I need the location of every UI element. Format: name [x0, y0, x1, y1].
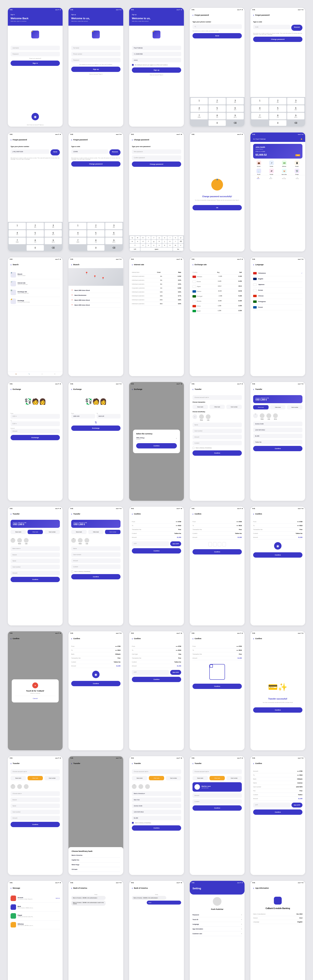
message-item[interactable]: PPaypalYour account has been locked. Ple…: [11, 912, 60, 920]
name-input[interactable]: Push Puttichai: [132, 46, 181, 50]
back-button[interactable]: Search: [8, 261, 63, 268]
back-button[interactable]: Exchange: [68, 386, 123, 393]
to-currency-input[interactable]: EUR ▾: [11, 422, 60, 426]
otp-input[interactable]: OTP: [132, 541, 169, 546]
from-currency-input[interactable]: USD ▾: [11, 414, 60, 418]
action-withdraw[interactable]: 💵Withdraw: [278, 161, 290, 167]
password-input[interactable]: ••••••••: [132, 58, 181, 62]
save-checkbox[interactable]: [193, 447, 194, 449]
back-button[interactable]: Language: [250, 261, 305, 268]
phone-input[interactable]: +1: [193, 24, 242, 29]
get-otp-button[interactable]: Get OTP: [170, 541, 181, 546]
language-item[interactable]: English: [253, 276, 302, 282]
phone-input[interactable]: +1 234567890: [132, 52, 181, 56]
back-button[interactable]: Interest rate: [129, 261, 184, 268]
username-input[interactable]: Username: [11, 46, 60, 50]
action-prepaid[interactable]: 📱Prepaid: [291, 161, 302, 167]
confirm-button[interactable]: Confirm: [136, 443, 177, 449]
profile-avatar[interactable]: [212, 897, 222, 906]
message-item[interactable]: BBankBank of America : 256486 is the au.…: [11, 903, 60, 912]
language-item[interactable]: Portuguese: [253, 299, 302, 305]
tab-card[interactable]: Card number: [287, 405, 302, 409]
confirm-button[interactable]: Confirm: [253, 446, 302, 451]
setting-care[interactable]: Customer care›: [193, 931, 242, 936]
contact-item[interactable]: Linda: [206, 414, 210, 421]
fingerprint-icon[interactable]: ◉: [32, 113, 39, 120]
back-button[interactable]: Branch: [68, 261, 123, 268]
nav-search[interactable]: 🔍Search: [269, 177, 272, 179]
setting-touchid[interactable]: Touch ID›: [193, 917, 242, 922]
back-button[interactable]: Bank of America: [68, 885, 123, 892]
signup-button[interactable]: Sign up: [71, 67, 120, 72]
language-item[interactable]: Vietnamese✓: [253, 270, 302, 276]
action-transfer2[interactable]: ⇄Transfer: [266, 169, 277, 175]
balance-card[interactable]: John Smith Amazon Platinum 4756 •••• •••…: [253, 144, 302, 159]
tab-card[interactable]: Card number: [226, 405, 242, 409]
bank-option[interactable]: Capital One: [71, 858, 120, 862]
bank-option[interactable]: Bank of America: [71, 853, 120, 858]
language-item[interactable]: Korean: [253, 288, 302, 293]
signup-button[interactable]: Sign up: [132, 67, 181, 73]
back-button[interactable]: Forgot password: [68, 136, 123, 143]
numeric-keypad[interactable]: 12ABC3DEF 4GHI5JKL6MNO 7PQRS8TUV9WXYZ 0⌫: [68, 222, 123, 251]
password-input[interactable]: Password: [11, 52, 60, 56]
map-pin-icon[interactable]: 📍: [85, 272, 88, 275]
back-button[interactable]: Forgot password: [190, 11, 245, 19]
branch-item[interactable]: 📍Bank 1050 Union Street: [71, 303, 120, 308]
backspace-key[interactable]: ⌫: [287, 120, 304, 126]
tab-same-bank[interactable]: Same bank: [253, 405, 269, 409]
change-password-button[interactable]: Change password: [132, 162, 181, 167]
name-input[interactable]: Name: [193, 423, 242, 427]
exchange-button[interactable]: Exchange: [11, 435, 60, 440]
bank-option[interactable]: Wells Fargo: [71, 862, 120, 867]
backspace-key[interactable]: ⌫: [226, 120, 244, 126]
back-button[interactable]: Transfer: [190, 386, 245, 393]
language-item[interactable]: French: [253, 305, 302, 310]
language-item[interactable]: Japanese: [253, 282, 302, 288]
face-scan-frame[interactable]: [209, 664, 225, 680]
send-button[interactable]: Send: [193, 33, 242, 38]
back-button[interactable]: Confirm: [129, 511, 184, 517]
confirm-button[interactable]: Confirm: [132, 548, 181, 554]
swap-icon[interactable]: ⇅: [72, 421, 120, 424]
branch-item[interactable]: 📍Bank 1050 Union Street: [71, 298, 120, 303]
back-button[interactable]: App Information: [250, 885, 305, 892]
add-contact[interactable]: +: [193, 414, 197, 421]
card-input[interactable]: Card number: [193, 429, 242, 433]
branch-item[interactable]: 📍Bank Westminster: [71, 293, 120, 298]
forgot-link[interactable]: Forgot your password?: [11, 58, 60, 59]
nav-setting[interactable]: ⚙Setting: [296, 177, 299, 179]
name-input[interactable]: Full name: [71, 46, 120, 50]
branch-item[interactable]: 📍Bank 1050 Union Street: [71, 288, 120, 293]
message-item[interactable]: AAccountYour account is limited. Please …: [11, 894, 60, 903]
tab-same-bank[interactable]: Same bank: [193, 405, 208, 409]
confirm-button[interactable]: Confirm: [253, 707, 302, 713]
setting-password[interactable]: Password›: [193, 913, 242, 917]
bank-option[interactable]: Citi bank: [71, 867, 120, 872]
otp-input[interactable]: [193, 542, 242, 546]
cancel-button[interactable]: Cancel: [15, 696, 55, 699]
change-password-button[interactable]: Change password: [253, 37, 302, 42]
confirm-password-input[interactable]: Confirm password: [132, 156, 181, 160]
back-button[interactable]: Message: [8, 885, 63, 892]
signin-button[interactable]: Sign in: [11, 60, 60, 66]
fingerprint-icon[interactable]: ◉: [274, 542, 281, 550]
text-keyboard[interactable]: qwertyuiop asdfghjkl⌫ ⇧zxcvbnm↵ 123space…: [129, 235, 184, 251]
action-change[interactable]: 💱Change: [291, 169, 302, 175]
contact-item[interactable]: Robert: [199, 414, 204, 421]
back-button[interactable]: Forgot password: [8, 136, 63, 143]
numeric-keypad[interactable]: 12ABC3DEF 4GHI5JKL6MNO 7PQRS8TUV9WXYZ 0⌫: [190, 97, 245, 127]
tab-other-bank[interactable]: Other bank: [270, 405, 286, 409]
map-pin-icon[interactable]: 📍: [101, 277, 105, 280]
code-input[interactable]: Code: [253, 25, 290, 29]
resend-button[interactable]: Resend: [291, 25, 302, 31]
ok-button[interactable]: Ok: [193, 205, 242, 210]
back-button[interactable]: Change password: [129, 136, 184, 143]
terms-checkbox[interactable]: [132, 64, 134, 66]
search-item-exchange-rate[interactable]: 💱Exchange rateSearch for exchange rate: [11, 288, 60, 297]
search-item-branch[interactable]: 🏦BranchSearch for branch: [11, 270, 60, 279]
back-button[interactable]: Forgot password: [250, 11, 305, 19]
language-item[interactable]: Chinese: [253, 293, 302, 299]
new-password-input[interactable]: New password: [132, 150, 181, 154]
map-view[interactable]: 📍 📍 📍: [68, 268, 123, 286]
